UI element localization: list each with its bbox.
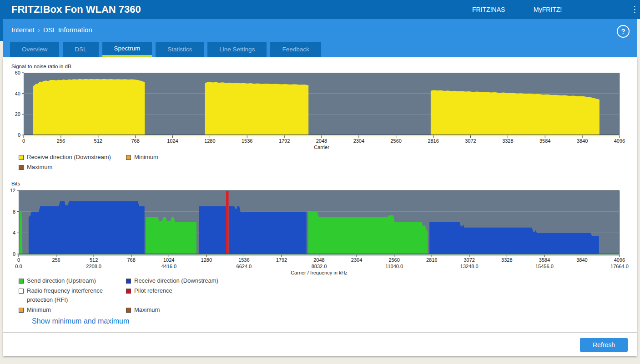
x-tick-label: 3840 [577,138,588,144]
legend-item: Minimum [19,305,126,314]
y-tick-label: 20 [15,111,20,117]
footer-divider [3,332,637,333]
x-tick-label: 256 [57,138,65,144]
x-tick-freq-label: 17664.0 [610,264,629,269]
x-tick-label: 0 [22,138,25,144]
y-tick-label: 8 [13,209,15,214]
x-tick-label: 3328 [501,257,512,263]
x-tick-label: 3072 [465,138,476,144]
legend-swatch-icon [19,308,24,313]
legend-swatch-icon [19,155,24,160]
breadcrumb-page: DSL Information [43,26,92,34]
x-tick-label: 512 [94,138,102,144]
legend-item: Maximum [126,305,276,314]
x-tick-label: 4096 [614,138,625,144]
help-icon[interactable]: ? [617,25,630,38]
tab-line-settings[interactable]: Line Settings [207,42,267,57]
x-tick-label: 768 [127,257,136,263]
show-minmax-link[interactable]: Show minimum and maximum [32,317,129,325]
tab-spectrum[interactable]: Spectrum [102,42,152,57]
x-tick-label: 768 [131,138,139,144]
x-tick-freq-label: 6624.0 [237,264,252,269]
x-tick-freq-label: 11040.0 [385,264,403,269]
breadcrumb-separator-icon: › [35,26,43,34]
series-region [229,206,307,254]
x-tick-label: 2048 [313,257,324,263]
series-region [199,206,226,254]
header-left-strip [0,19,3,41]
y-tick-label: 12 [10,189,15,193]
x-tick-label: 3328 [502,138,513,144]
series-region [146,217,197,254]
fritznas-link[interactable]: FRITZ!NAS [472,0,505,19]
series-region [205,82,309,135]
x-tick-label: 4096 [614,257,625,263]
x-tick-label: 3072 [464,257,475,263]
x-tick-freq-label: 4416.0 [161,264,176,269]
bits-legend: Send direction (Upstream)Receive directi… [19,276,276,314]
legend-item: Pilot reference [126,286,276,304]
x-tick-label: 1536 [238,257,249,263]
legend-item: Receive direction (Downstream) [126,276,276,285]
bits-chart: 0481202565127681024128015361792204823042… [0,189,640,276]
y-tick-label: 40 [15,91,20,96]
x-tick-freq-label: 15456.0 [535,264,554,269]
legend-swatch-icon [126,279,131,284]
tab-dsl[interactable]: DSL [63,42,98,57]
x-tick-label: 3584 [539,257,550,263]
x-tick-label: 2048 [316,138,327,144]
legend-swatch-icon [126,289,131,294]
legend-label: Radio frequency interference protection … [27,286,126,304]
y-tick-label: 0 [18,132,20,138]
tab-overview[interactable]: Overview [10,42,59,57]
x-tick-label: 1536 [242,138,252,144]
legend-swatch-icon [126,308,131,313]
tab-statistics[interactable]: Statistics [156,42,204,57]
x-tick-label: 3840 [576,257,587,263]
legend-swatch-icon [19,165,24,170]
menu-kebab-icon[interactable]: ⋮ [630,0,638,19]
x-tick-label: 1792 [276,257,287,263]
refresh-button[interactable]: Refresh [580,338,628,352]
x-tick-label: 256 [52,257,60,263]
legend-swatch-icon [19,279,24,284]
y-tick-label: 0 [13,251,15,257]
legend-item: Receive direction (Downstream) [19,153,126,162]
legend-label: Maximum [27,163,52,172]
legend-swatch-icon [126,155,131,160]
x-axis-label: Carrier [314,145,329,150]
legend-label: Send direction (Upstream) [27,276,96,285]
x-tick-label: 0 [17,257,20,263]
breadcrumb-section[interactable]: Internet [11,26,35,34]
myfritz-link[interactable]: MyFRITZ! [534,0,562,19]
legend-item: Minimum [126,153,276,162]
x-tick-label: 1280 [204,138,215,144]
series-region [29,201,145,254]
x-tick-label: 2816 [428,138,438,144]
tab-feedback[interactable]: Feedback [270,42,321,57]
legend-label: Receive direction (Downstream) [27,153,111,162]
y-tick-label: 60 [15,71,20,75]
x-tick-freq-label: 2208.0 [86,264,101,269]
x-tick-label: 2816 [426,257,437,263]
x-tick-label: 1024 [163,257,174,263]
snr-legend: Receive direction (Downstream)MinimumMax… [19,153,276,172]
legend-label: Receive direction (Downstream) [134,276,218,285]
series-region [431,90,600,135]
series-region [226,190,228,254]
breadcrumb: Internet›DSL Information [11,26,92,34]
x-axis-label: Carrier / frequency in kHz [291,270,348,275]
legend-item: Send direction (Upstream) [19,276,126,285]
legend-label: Minimum [134,153,158,162]
x-tick-label: 2560 [391,138,402,144]
x-tick-freq-label: 8832.0 [312,264,327,269]
snr-chart-title: Signal-to-noise ratio in dB [11,64,71,69]
legend-item: Radio frequency interference protection … [19,286,126,304]
x-tick-label: 1792 [279,138,290,144]
x-tick-label: 1280 [201,257,212,263]
legend-item: Maximum [19,163,126,172]
bits-chart-title: Bits [11,181,20,186]
app-title: FRITZ!Box Fon WLAN 7360 [11,0,141,19]
x-tick-label: 3584 [539,138,550,144]
legend-label: Pilot reference [134,286,172,295]
